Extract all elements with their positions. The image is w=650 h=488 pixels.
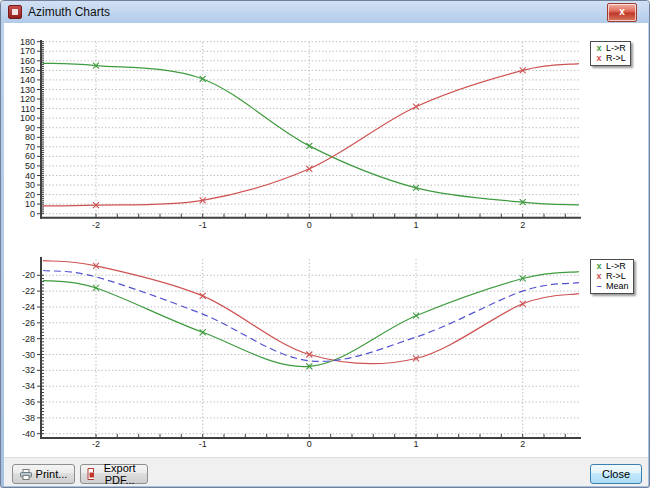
close-window-button[interactable]: x bbox=[607, 3, 637, 22]
legend-row: xR->L bbox=[595, 271, 629, 281]
svg-text:90: 90 bbox=[25, 123, 35, 133]
svg-text:-1: -1 bbox=[199, 220, 207, 230]
legend-label: L->R bbox=[606, 43, 626, 53]
legend-row: –Mean bbox=[595, 281, 629, 291]
svg-text:-24: -24 bbox=[22, 302, 35, 312]
export-pdf-button[interactable]: Export PDF... bbox=[80, 464, 148, 484]
svg-text:60: 60 bbox=[25, 151, 35, 161]
axis-labels: -40-38-36-34-32-30-28-26-24-22-20-2-1012 bbox=[22, 270, 525, 449]
x-marker-icon: x bbox=[595, 261, 603, 271]
series-line-r-l bbox=[43, 261, 579, 364]
svg-text:-30: -30 bbox=[22, 350, 35, 360]
svg-text:0: 0 bbox=[307, 439, 312, 449]
footer-bar: Print... Export PDF... Close bbox=[4, 457, 648, 486]
series-line-l-r bbox=[43, 63, 579, 205]
svg-text:-40: -40 bbox=[22, 429, 35, 439]
printer-icon bbox=[20, 469, 32, 480]
chart-bottom: -40-38-36-34-32-30-28-26-24-22-20-2-1012 bbox=[22, 257, 581, 449]
close-button-label: Close bbox=[602, 468, 630, 480]
svg-text:30: 30 bbox=[25, 180, 35, 190]
svg-text:-26: -26 bbox=[22, 318, 35, 328]
legend-top-chart: xL->RxR->L bbox=[590, 41, 631, 66]
legend-row: xR->L bbox=[595, 53, 626, 63]
svg-text:20: 20 bbox=[25, 190, 35, 200]
svg-text:0: 0 bbox=[30, 209, 35, 219]
legend-label: R->L bbox=[606, 271, 626, 281]
legend-label: Mean bbox=[606, 281, 629, 291]
svg-text:80: 80 bbox=[25, 132, 35, 142]
axis-ticks bbox=[37, 42, 565, 218]
export-pdf-button-label: Export PDF... bbox=[98, 462, 141, 486]
app-icon bbox=[8, 5, 22, 19]
svg-text:-1: -1 bbox=[199, 439, 207, 449]
svg-text:180: 180 bbox=[20, 37, 35, 47]
svg-text:150: 150 bbox=[20, 65, 35, 75]
svg-text:140: 140 bbox=[20, 75, 35, 85]
svg-text:70: 70 bbox=[25, 142, 35, 152]
svg-text:-28: -28 bbox=[22, 334, 35, 344]
title-bar[interactable]: Azimuth Charts x bbox=[1, 1, 649, 23]
svg-text:2: 2 bbox=[520, 220, 525, 230]
svg-text:40: 40 bbox=[25, 171, 35, 181]
svg-text:110: 110 bbox=[21, 104, 35, 114]
print-button-label: Print... bbox=[36, 468, 68, 480]
print-button[interactable]: Print... bbox=[12, 464, 75, 484]
window-title: Azimuth Charts bbox=[28, 5, 110, 19]
svg-text:100: 100 bbox=[20, 113, 35, 123]
gridlines bbox=[42, 42, 579, 218]
svg-text:160: 160 bbox=[20, 56, 35, 66]
svg-text:10: 10 bbox=[25, 199, 35, 209]
svg-text:170: 170 bbox=[20, 46, 35, 56]
chart-top: 0102030405060708090100110120130140150160… bbox=[20, 37, 581, 230]
svg-text:-20: -20 bbox=[22, 270, 35, 280]
legend-label: L->R bbox=[606, 261, 626, 271]
svg-text:130: 130 bbox=[20, 85, 35, 95]
close-button[interactable]: Close bbox=[590, 464, 642, 484]
pdf-icon bbox=[87, 468, 94, 480]
svg-text:-34: -34 bbox=[22, 381, 35, 391]
azimuth-charts-window: Azimuth Charts x 01020304050607080901001… bbox=[0, 0, 650, 488]
x-marker-icon: x bbox=[595, 271, 603, 281]
svg-text:1: 1 bbox=[413, 439, 418, 449]
legend-row: xL->R bbox=[595, 43, 626, 53]
azimuth-charts-canvas: 0102030405060708090100110120130140150160… bbox=[4, 23, 648, 457]
svg-text:-36: -36 bbox=[22, 397, 35, 407]
axis-ticks bbox=[37, 275, 565, 438]
legend-row: xL->R bbox=[595, 261, 629, 271]
svg-text:-38: -38 bbox=[22, 413, 35, 423]
x-marker-icon: x bbox=[595, 53, 603, 63]
svg-text:-2: -2 bbox=[92, 220, 100, 230]
svg-text:-2: -2 bbox=[92, 439, 100, 449]
legend-label: R->L bbox=[606, 53, 626, 63]
x-marker-icon: x bbox=[595, 43, 603, 53]
svg-text:120: 120 bbox=[20, 94, 35, 104]
legend-bottom-chart: xL->RxR->L–Mean bbox=[590, 259, 634, 294]
svg-text:50: 50 bbox=[25, 161, 35, 171]
chart-content-area: 0102030405060708090100110120130140150160… bbox=[4, 23, 648, 457]
svg-text:-32: -32 bbox=[22, 365, 35, 375]
svg-text:-22: -22 bbox=[22, 286, 35, 296]
svg-text:1: 1 bbox=[413, 220, 418, 230]
dash-icon: – bbox=[595, 281, 603, 291]
svg-text:2: 2 bbox=[520, 439, 525, 449]
svg-text:0: 0 bbox=[307, 220, 312, 230]
